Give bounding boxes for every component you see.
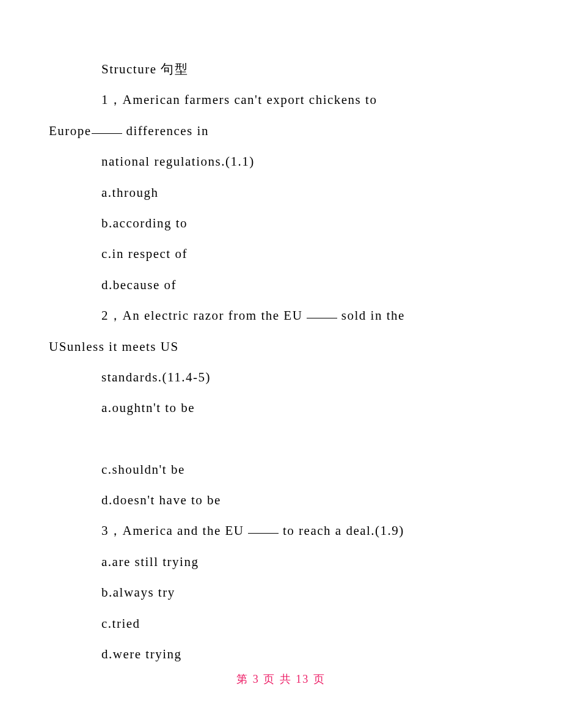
option-b-missing-spacer — [49, 424, 513, 454]
blank-fill — [92, 121, 122, 134]
question-1-stem-line1: 1，American farmers can't export chickens… — [49, 84, 513, 115]
current-page: 3 — [253, 673, 260, 685]
question-1-stem-line3: national regulations.(1.1) — [49, 146, 513, 177]
question-3-option-a: a.are still trying — [49, 546, 513, 577]
question-2-option-d: d.doesn't have to be — [49, 485, 513, 515]
question-1-option-c: c.in respect of — [49, 238, 513, 269]
total-pages: 13 — [296, 673, 309, 685]
question-2-stem-line1: 2，An electric razor from the EU sold in … — [49, 300, 513, 331]
question-2-option-c: c.shouldn't be — [49, 454, 513, 485]
question-3-option-b: b.always try — [49, 577, 513, 608]
section-title: Structure 句型 — [49, 54, 513, 84]
question-1-option-b: b.according to — [49, 208, 513, 238]
question-3-option-d: d.were trying — [49, 639, 513, 669]
question-1-stem-line2: Europe differences in — [49, 116, 513, 146]
question-2-option-a: a.oughtn't to be — [49, 392, 513, 423]
question-2-stem-line3: standards.(11.4-5) — [49, 362, 513, 392]
question-3-option-c: c.tried — [49, 608, 513, 639]
question-1-option-a: a.through — [49, 177, 513, 208]
page-footer: 第 3 页 共 13 页 — [0, 672, 562, 686]
blank-fill — [248, 521, 279, 534]
question-2-stem-line2: USunless it meets US — [49, 331, 513, 362]
question-1-option-d: d.because of — [49, 270, 513, 300]
document-body: Structure 句型 1，American farmers can't ex… — [0, 0, 562, 669]
question-3-stem-line1: 3，America and the EU to reach a deal.(1.… — [49, 515, 513, 546]
blank-fill — [307, 306, 337, 318]
